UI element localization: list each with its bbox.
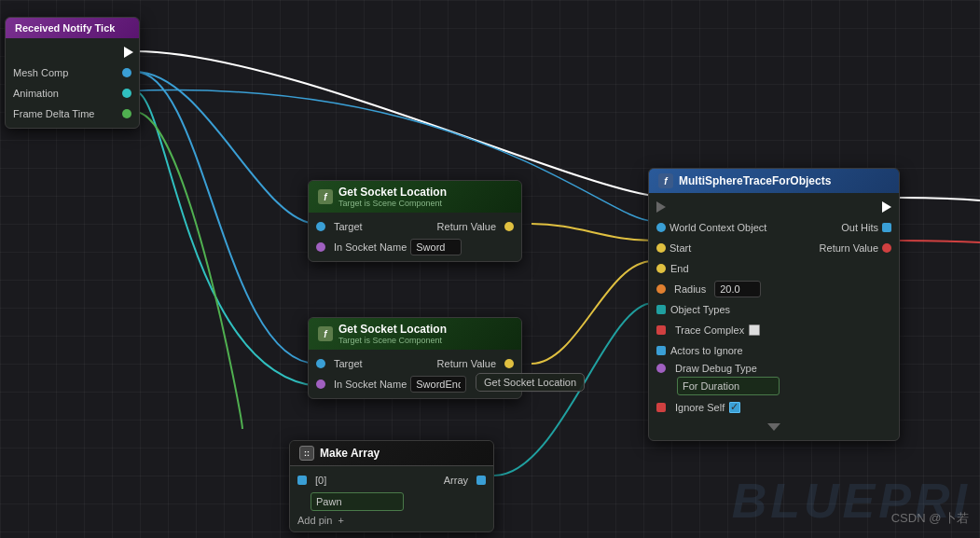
end-pin[interactable] — [656, 264, 666, 273]
trace-complex-checkbox[interactable] — [749, 324, 760, 336]
make-array-node: :: Make Array [0] Array Pawn Add pin + — [289, 440, 494, 532]
array-0-label: [0] — [315, 475, 326, 486]
attribution-text: CSDN @ 卜若 — [891, 510, 969, 527]
trace-complex-pin[interactable] — [656, 325, 666, 335]
exec-in-pin[interactable] — [656, 201, 666, 213]
return-value-pin[interactable] — [504, 359, 514, 368]
return-value-label: Return Value — [437, 358, 496, 369]
node-subtitle: Target is Scene Component — [338, 336, 447, 345]
tooltip-label: Get Socket Location — [484, 377, 576, 388]
frame-delta-pin[interactable] — [122, 109, 131, 118]
out-hits-label: Out Hits — [841, 222, 878, 233]
node-title: Get Socket Location — [338, 323, 447, 336]
node-subtitle: Target is Scene Component — [338, 199, 447, 208]
frame-delta-label: Frame Delta Time — [13, 108, 94, 119]
return-pin[interactable] — [882, 243, 891, 253]
pawn-select[interactable]: Pawn — [311, 492, 404, 511]
node-header: f Get Socket Location Target is Scene Co… — [309, 181, 521, 213]
node-header: Received Notify Tick — [6, 18, 139, 38]
target-label: Target — [334, 358, 363, 369]
array-out-pin[interactable] — [476, 476, 486, 485]
node-title: Make Array — [320, 447, 380, 460]
add-pin-icon[interactable]: + — [338, 515, 343, 526]
node-header: f Get Socket Location Target is Scene Co… — [309, 318, 521, 350]
target-label: Target — [334, 221, 363, 232]
socket-name-label: In Socket Name — [334, 241, 407, 253]
animation-label: Animation — [13, 88, 59, 99]
world-context-label: World Context Object — [669, 222, 766, 233]
start-pin[interactable] — [656, 243, 666, 253]
return-value-label: Return Value — [437, 221, 496, 232]
debug-type-pin[interactable] — [656, 364, 666, 373]
ignore-self-label: Ignore Self — [675, 402, 725, 413]
world-context-pin[interactable] — [656, 223, 666, 232]
node-title: Get Socket Location — [338, 186, 447, 199]
array-0-pin[interactable] — [297, 476, 307, 485]
start-label: Start — [669, 242, 691, 254]
debug-type-select[interactable]: For Duration — [677, 377, 780, 395]
socket-name-pin[interactable] — [316, 379, 325, 389]
debug-type-label: Draw Debug Type — [675, 363, 757, 374]
func-icon: f — [318, 189, 333, 204]
ignore-self-checkbox[interactable] — [729, 402, 740, 413]
trace-complex-label: Trace Complex — [675, 324, 744, 336]
mesh-comp-pin[interactable] — [122, 68, 131, 77]
return-value-label: Return Value — [820, 242, 878, 254]
socket-name-label: In Socket Name — [334, 379, 407, 390]
end-label: End — [670, 263, 689, 274]
socket-name-input[interactable] — [410, 239, 462, 255]
get-socket-tooltip: Get Socket Location — [476, 373, 585, 392]
radius-input[interactable] — [714, 281, 761, 297]
actors-pin[interactable] — [656, 346, 666, 355]
mesh-comp-label: Mesh Comp — [13, 67, 68, 78]
node-header: :: Make Array — [290, 441, 493, 466]
object-types-label: Object Types — [670, 304, 730, 315]
array-out-label: Array — [444, 475, 468, 486]
target-pin-in[interactable] — [316, 359, 325, 368]
array-icon: :: — [299, 446, 314, 461]
out-hits-pin[interactable] — [882, 223, 891, 232]
received-notify-tick-node: Received Notify Tick Mesh Comp Animation… — [5, 17, 140, 129]
get-socket-location-1-node: f Get Socket Location Target is Scene Co… — [308, 180, 522, 262]
add-pin-row: Add pin + — [290, 513, 493, 528]
exec-out-pin[interactable] — [882, 201, 891, 213]
return-value-pin[interactable] — [504, 222, 514, 231]
radius-pin[interactable] — [656, 284, 666, 294]
node-header: f MultiSphereTraceForObjects — [649, 169, 899, 193]
node-title: MultiSphereTraceForObjects — [679, 174, 831, 187]
socket-name-input[interactable] — [410, 376, 466, 393]
func-icon: f — [658, 173, 673, 188]
animation-pin[interactable] — [122, 89, 131, 98]
actors-label: Actors to Ignore — [670, 345, 743, 356]
target-pin-in[interactable] — [316, 222, 325, 231]
radius-label: Radius — [674, 283, 706, 295]
node-title: Received Notify Tick — [15, 22, 115, 34]
multi-sphere-trace-node: f MultiSphereTraceForObjects World Conte… — [648, 168, 900, 441]
socket-name-pin[interactable] — [316, 242, 325, 252]
ignore-self-pin[interactable] — [656, 403, 666, 412]
exec-out-pin[interactable] — [124, 47, 133, 58]
func-icon: f — [318, 326, 333, 341]
object-types-pin[interactable] — [656, 305, 666, 314]
add-pin-label: Add pin — [297, 515, 332, 526]
expand-arrow[interactable] — [767, 423, 780, 431]
